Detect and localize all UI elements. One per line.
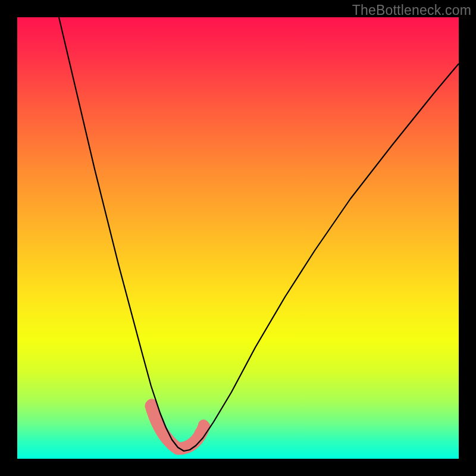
chart-frame: TheBottleneck.com <box>0 0 476 476</box>
bottleneck-curve-path <box>59 17 459 451</box>
plot-area <box>17 17 459 459</box>
watermark-text: TheBottleneck.com <box>352 2 471 18</box>
curve-svg <box>17 17 459 459</box>
marker-dot <box>149 409 160 420</box>
marker-dot <box>198 419 209 430</box>
